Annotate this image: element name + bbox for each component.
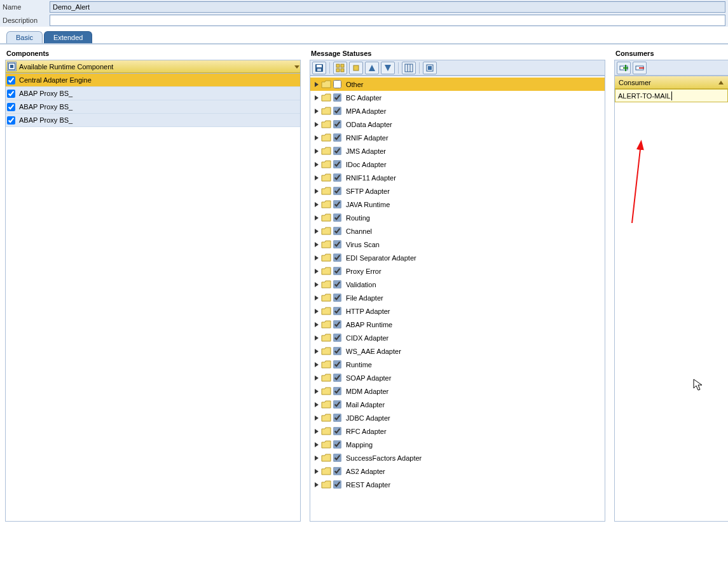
status-tree-row[interactable]: File Adapter: [310, 291, 605, 304]
expand-icon[interactable]: [314, 108, 319, 114]
expand-icon[interactable]: [314, 308, 319, 315]
status-tree-row[interactable]: MDM Adapter: [310, 384, 605, 398]
status-tree-row[interactable]: SuccessFactors Adapter: [310, 451, 605, 464]
status-tree-row[interactable]: JDBC Adapter: [310, 411, 605, 424]
export-button[interactable]: [423, 62, 437, 74]
status-checkbox[interactable]: [333, 440, 341, 449]
status-tree-row[interactable]: REST Adapter: [310, 478, 605, 491]
status-checkbox[interactable]: [333, 200, 341, 208]
status-checkbox[interactable]: [333, 480, 341, 489]
status-checkbox[interactable]: [333, 80, 341, 88]
expand-icon[interactable]: [314, 455, 319, 461]
expand-icon[interactable]: [314, 295, 319, 301]
consumer-value[interactable]: ALERT-TO-MAIL: [618, 92, 671, 100]
expand-icon[interactable]: [314, 241, 319, 248]
tab-basic[interactable]: Basic: [6, 31, 43, 43]
status-checkbox[interactable]: [333, 427, 341, 435]
description-field[interactable]: [50, 15, 725, 26]
component-checkbox[interactable]: [7, 116, 15, 125]
status-checkbox[interactable]: [333, 280, 341, 288]
remove-row-button[interactable]: [633, 62, 647, 74]
expand-icon[interactable]: [314, 95, 319, 101]
status-checkbox[interactable]: [333, 307, 341, 315]
expand-icon[interactable]: [314, 362, 319, 368]
status-tree-row[interactable]: Channel: [310, 224, 605, 238]
component-checkbox[interactable]: [7, 103, 15, 111]
expand-icon[interactable]: [314, 335, 319, 341]
status-checkbox[interactable]: [333, 227, 341, 235]
status-tree-row[interactable]: HTTP Adapter: [310, 304, 605, 318]
component-row[interactable]: ABAP Proxy BS_: [6, 87, 300, 100]
status-tree-row[interactable]: Virus Scan: [310, 238, 605, 251]
status-tree-row[interactable]: Routing: [310, 211, 605, 224]
consumer-row[interactable]: ALERT-TO-MAIL: [615, 89, 728, 102]
collapse-all-button[interactable]: [349, 62, 363, 74]
expand-icon[interactable]: [314, 468, 319, 475]
status-tree-row[interactable]: BC Adapter: [310, 91, 605, 104]
status-tree-row[interactable]: JAVA Runtime: [310, 198, 605, 211]
status-tree-row[interactable]: RNIF Adapter: [310, 131, 605, 144]
components-column-header[interactable]: Available Runtime Component: [6, 60, 300, 73]
status-tree-row[interactable]: CIDX Adapter: [310, 331, 605, 344]
status-tree-row[interactable]: Mail Adapter: [310, 398, 605, 411]
component-row[interactable]: ABAP Proxy BS_: [6, 114, 300, 127]
status-tree-row[interactable]: WS_AAE Adapter: [310, 344, 605, 358]
expand-icon[interactable]: [314, 442, 319, 448]
status-tree-row[interactable]: Other: [310, 78, 605, 91]
column-layout-button[interactable]: [402, 62, 416, 74]
status-tree-row[interactable]: SOAP Adapter: [310, 371, 605, 384]
status-checkbox[interactable]: [333, 414, 341, 422]
status-checkbox[interactable]: [333, 240, 341, 248]
expand-icon[interactable]: [314, 175, 319, 181]
expand-icon[interactable]: [314, 135, 319, 141]
status-tree-row[interactable]: Runtime: [310, 358, 605, 371]
status-tree-row[interactable]: Validation: [310, 278, 605, 291]
status-checkbox[interactable]: [333, 467, 341, 475]
status-tree-row[interactable]: SFTP Adapter: [310, 184, 605, 198]
status-checkbox[interactable]: [333, 294, 341, 302]
expand-icon[interactable]: [314, 321, 319, 328]
status-tree-row[interactable]: OData Adapter: [310, 118, 605, 131]
expand-icon[interactable]: [314, 375, 319, 381]
consumers-column-header[interactable]: Consumer: [615, 76, 728, 89]
name-field[interactable]: Demo_Alert: [50, 1, 725, 13]
status-checkbox[interactable]: [333, 454, 341, 462]
status-checkbox[interactable]: [333, 107, 341, 115]
component-checkbox[interactable]: [7, 76, 15, 85]
status-tree-row[interactable]: JMS Adapter: [310, 144, 605, 158]
status-tree-row[interactable]: Mapping: [310, 438, 605, 451]
status-tree-row[interactable]: RNIF11 Adapter: [310, 171, 605, 184]
expand-icon[interactable]: [314, 255, 319, 261]
expand-icon[interactable]: [314, 81, 319, 88]
expand-icon[interactable]: [314, 201, 319, 208]
status-tree-row[interactable]: EDI Separator Adapter: [310, 251, 605, 264]
expand-icon[interactable]: [314, 348, 319, 355]
deselect-all-button[interactable]: [381, 62, 395, 74]
expand-icon[interactable]: [314, 228, 319, 234]
status-checkbox[interactable]: [333, 267, 341, 275]
expand-icon[interactable]: [314, 402, 319, 408]
tab-extended[interactable]: Extended: [44, 31, 92, 43]
save-button[interactable]: [312, 62, 326, 74]
status-tree-row[interactable]: ABAP Runtime: [310, 318, 605, 331]
status-checkbox[interactable]: [333, 160, 341, 168]
component-row[interactable]: Central Adapter Engine: [6, 74, 300, 87]
expand-icon[interactable]: [314, 388, 319, 395]
component-row[interactable]: ABAP Proxy BS_: [6, 100, 300, 114]
select-all-button[interactable]: [365, 62, 379, 74]
status-tree-row[interactable]: Proxy Error: [310, 264, 605, 278]
expand-icon[interactable]: [314, 415, 319, 421]
status-tree-row[interactable]: RFC Adapter: [310, 424, 605, 438]
expand-icon[interactable]: [314, 215, 319, 221]
expand-icon[interactable]: [314, 428, 319, 435]
status-checkbox[interactable]: [333, 120, 341, 128]
status-checkbox[interactable]: [333, 213, 341, 222]
status-checkbox[interactable]: [333, 374, 341, 382]
status-checkbox[interactable]: [333, 320, 341, 328]
component-checkbox[interactable]: [7, 90, 15, 98]
status-tree-row[interactable]: IDoc Adapter: [310, 158, 605, 171]
status-checkbox[interactable]: [333, 347, 341, 355]
expand-all-button[interactable]: [333, 62, 347, 74]
expand-icon[interactable]: [314, 148, 319, 154]
expand-icon[interactable]: [314, 121, 319, 128]
